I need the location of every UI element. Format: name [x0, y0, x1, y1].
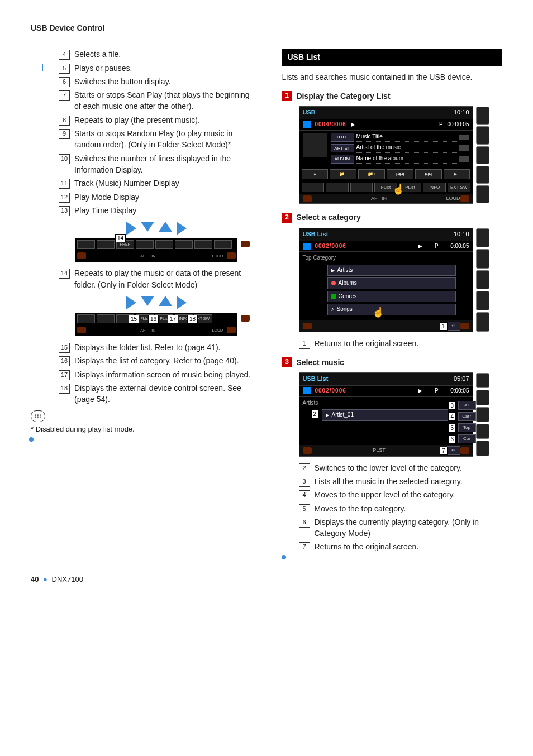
knob-icon: [227, 327, 236, 333]
definition-list-step2: 1 Returns to the original screen.: [299, 338, 503, 349]
return-button[interactable]: ↩ 1: [447, 322, 460, 331]
key-num: 6: [299, 518, 310, 528]
step-number: 1: [282, 91, 292, 101]
definition-text: Switches the number of lines displayed i…: [74, 153, 251, 176]
transport-button[interactable]: ▲: [302, 169, 329, 179]
key-num: 14: [59, 269, 70, 279]
side-icon[interactable]: [476, 312, 489, 332]
category-item[interactable]: Artists: [327, 265, 456, 276]
return-button[interactable]: ↩ 7: [447, 446, 460, 455]
side-icon[interactable]: [476, 390, 489, 405]
button[interactable]: [77, 240, 95, 249]
side-icon[interactable]: [476, 249, 489, 269]
category-item[interactable]: Albums: [327, 277, 456, 289]
definition-text: Switches to the lower level of the categ…: [315, 462, 503, 473]
category-icon: [331, 294, 336, 299]
side-icon[interactable]: [476, 166, 489, 184]
definition-text: Returns to the original screen.: [315, 541, 503, 552]
callout-1: 1: [440, 322, 448, 331]
key-num: 16: [59, 356, 70, 366]
margin-marker: [42, 64, 43, 71]
side-icon[interactable]: [476, 146, 489, 164]
button-all[interactable]: All3: [458, 401, 476, 410]
button-extsw[interactable]: XT SW18: [194, 314, 212, 323]
list-item[interactable]: 2 Artist_01: [322, 409, 448, 421]
bullet-icon: [29, 437, 34, 442]
file-icon: [303, 243, 311, 250]
side-icon[interactable]: [476, 107, 489, 125]
screenshot-usb-category: USB List 10:10 0002/0006 ▶ P 0:00:05 Top…: [299, 228, 473, 332]
function-button[interactable]: [302, 183, 325, 193]
side-icon[interactable]: [476, 424, 489, 439]
cursor-hand-icon: ☝: [372, 305, 384, 319]
label-loud: LOUD: [210, 252, 225, 260]
transport-button[interactable]: 📁+: [358, 169, 385, 179]
arrow-up-icon: [159, 296, 172, 306]
key-num: 17: [59, 370, 70, 380]
arrow-right-icon: [126, 296, 136, 309]
section-heading: USB List: [282, 49, 503, 65]
side-icon[interactable]: [476, 270, 489, 290]
button[interactable]: [194, 240, 212, 249]
function-button[interactable]: INFO: [423, 183, 446, 193]
side-icon[interactable]: [476, 126, 489, 144]
label-loud: LOUD: [446, 195, 460, 202]
definition-text: Moves to the upper level of the category…: [315, 489, 503, 500]
button[interactable]: [97, 314, 115, 323]
category-icon: [331, 305, 334, 314]
step-number: 3: [282, 357, 292, 367]
side-icon[interactable]: [476, 373, 489, 388]
track-counter: 0004/0006: [315, 121, 346, 129]
definition-text: Plays or pauses.: [74, 63, 251, 74]
key-num: 10: [59, 154, 70, 164]
transport-button[interactable]: ▶▶|: [415, 169, 442, 179]
scroll-icon[interactable]: [459, 145, 469, 151]
function-button[interactable]: [350, 183, 373, 193]
callout-15: 15: [129, 315, 139, 323]
side-icon[interactable]: [476, 441, 489, 456]
transport-button[interactable]: 📁−: [330, 169, 356, 179]
category-label: Albums: [339, 279, 357, 288]
side-icon[interactable]: [476, 407, 489, 422]
button[interactable]: [175, 240, 193, 249]
button[interactable]: [155, 240, 173, 249]
label: Cur: [463, 436, 470, 442]
category-item[interactable]: Genres: [327, 291, 456, 303]
side-icon[interactable]: [476, 228, 489, 248]
definition-list-step3: 2Switches to the lower level of the cate…: [299, 462, 503, 553]
step-label: Select music: [297, 357, 345, 368]
screenshot-usb-music: USB List 05:07 0002/0006 ▶ P 0:00:05 Art…: [299, 372, 473, 456]
function-button[interactable]: EXT SW: [448, 183, 470, 193]
label-loud: LOUD: [210, 327, 225, 334]
definition-text: Starts or stops Scan Play (that plays th…: [74, 89, 251, 112]
transport-button[interactable]: |◀◀: [387, 169, 413, 179]
button-top[interactable]: Top5: [458, 423, 476, 432]
button-frep[interactable]: FREP 14: [116, 240, 134, 249]
definition-text: Repeats to play the music or data of the…: [74, 267, 251, 290]
bullet-icon: [282, 555, 286, 559]
button-catup[interactable]: Cat↑4: [458, 412, 476, 421]
button[interactable]: [77, 314, 95, 323]
scroll-icon[interactable]: [459, 156, 469, 162]
arrow-right-icon: [177, 296, 187, 309]
function-button[interactable]: [326, 183, 349, 193]
knob-icon: [303, 195, 312, 202]
button[interactable]: [214, 240, 232, 249]
button[interactable]: [136, 240, 154, 249]
page-footer: 40 ● DNX7100: [31, 575, 502, 585]
key-num: 1: [299, 339, 310, 349]
side-icon[interactable]: [476, 291, 489, 310]
step-2: 2 Select a category: [282, 212, 503, 223]
screen-title: USB List: [303, 230, 329, 239]
step-label: Display the Category List: [297, 90, 391, 102]
play-mode: P: [435, 242, 439, 251]
transport-button[interactable]: ▶||: [444, 169, 470, 179]
button-cur[interactable]: Cur6: [458, 434, 476, 443]
label: FREP: [120, 242, 131, 247]
category-item[interactable]: Songs: [327, 304, 456, 315]
scroll-icon[interactable]: [459, 135, 469, 140]
knob-icon: [303, 323, 312, 329]
side-icon[interactable]: [476, 185, 489, 203]
button[interactable]: [97, 240, 115, 249]
album-art: [303, 133, 327, 157]
